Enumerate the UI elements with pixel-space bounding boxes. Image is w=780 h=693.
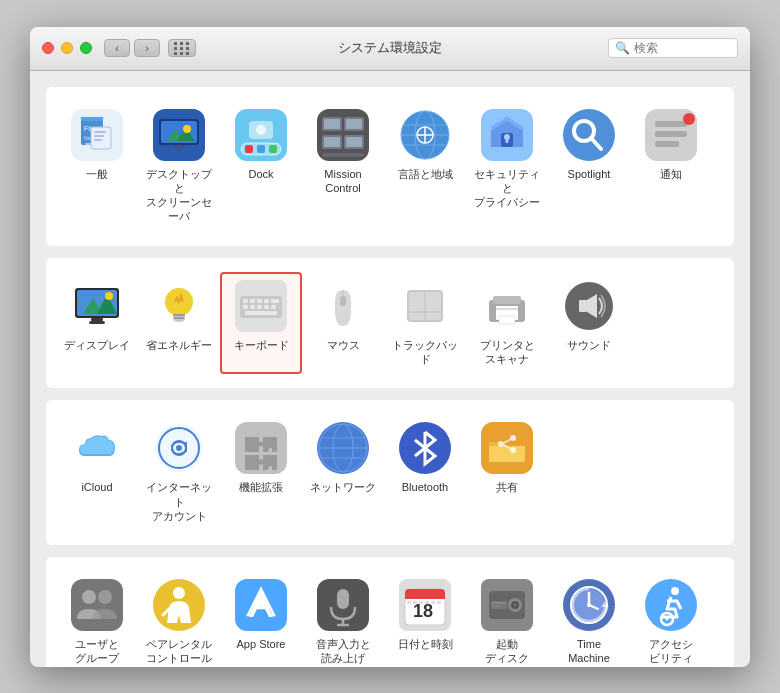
mission-icon [317, 109, 369, 161]
svg-rect-132 [407, 601, 411, 604]
main-window: ‹ › システム環境設定 🔍 [30, 27, 750, 667]
svg-rect-34 [322, 153, 364, 157]
speech-icon [317, 579, 369, 631]
svg-rect-114 [71, 579, 123, 631]
general-icon: File New [71, 109, 123, 161]
icon-item-extension[interactable]: 機能拡張 [220, 414, 302, 531]
icon-item-access[interactable]: アクセシビリティ [630, 571, 712, 666]
trackpad-label: トラックパッド [388, 338, 462, 367]
svg-rect-21 [257, 145, 265, 153]
icon-item-language[interactable]: 言語と地域 [384, 101, 466, 232]
sound-icon [563, 280, 615, 332]
svg-point-142 [514, 604, 517, 607]
icon-item-startup[interactable]: 起動ディスク [466, 571, 548, 666]
svg-rect-29 [346, 119, 362, 129]
icon-item-sound[interactable]: サウンド [548, 272, 630, 375]
datetime-icon: 18 [399, 579, 451, 631]
svg-rect-64 [173, 314, 185, 316]
svg-rect-136 [431, 601, 435, 604]
icon-item-keyboard[interactable]: キーボード [220, 272, 302, 375]
forward-button[interactable]: › [134, 39, 160, 57]
icon-item-sharing[interactable]: 共有 [466, 414, 548, 531]
icon-item-parental[interactable]: ペアレンタルコントロール [138, 571, 220, 666]
icon-item-bluetooth[interactable]: Bluetooth [384, 414, 466, 531]
svg-rect-65 [174, 317, 184, 319]
keyboard-label: キーボード [234, 338, 289, 352]
startup-label: 起動ディスク [485, 637, 529, 666]
svg-point-118 [173, 587, 185, 599]
svg-rect-145 [492, 606, 500, 607]
svg-rect-133 [413, 601, 417, 604]
svg-rect-135 [425, 601, 429, 604]
icon-item-general[interactable]: File New 一般 [56, 101, 138, 232]
mouse-label: マウス [327, 338, 360, 352]
language-label: 言語と地域 [398, 167, 453, 181]
dock-icon [235, 109, 287, 161]
icon-item-spotlight[interactable]: Spotlight [548, 101, 630, 232]
svg-point-15 [183, 125, 191, 133]
icon-item-datetime[interactable]: 18 日付と時刻 [384, 571, 466, 666]
icon-item-internet[interactable]: インターネットアカウント [138, 414, 220, 531]
svg-rect-17 [177, 147, 181, 151]
svg-rect-6 [91, 127, 111, 149]
energy-label: 省エネルギー [146, 338, 212, 352]
timemachine-label: TimeMachine [568, 637, 610, 666]
icon-item-users[interactable]: ユーザとグループ [56, 571, 138, 666]
minimize-button[interactable] [61, 42, 73, 54]
close-button[interactable] [42, 42, 54, 54]
svg-rect-73 [243, 305, 248, 309]
svg-rect-20 [245, 145, 253, 153]
svg-rect-9 [94, 139, 102, 141]
svg-rect-98 [235, 422, 287, 474]
svg-rect-124 [337, 589, 349, 609]
display-icon [71, 280, 123, 332]
svg-rect-137 [437, 601, 441, 604]
icon-item-mission[interactable]: MissionControl [302, 101, 384, 232]
icon-item-dock[interactable]: Dock [220, 101, 302, 232]
svg-rect-77 [271, 305, 276, 309]
display-label: ディスプレイ [64, 338, 130, 352]
svg-point-48 [563, 109, 615, 161]
maximize-button[interactable] [80, 42, 92, 54]
svg-point-156 [666, 618, 669, 621]
icon-item-network[interactable]: ネットワーク [302, 414, 384, 531]
icon-item-energy[interactable]: 省エネルギー [138, 272, 220, 375]
icon-item-trackpad[interactable]: トラックパッド [384, 272, 466, 375]
icon-item-display[interactable]: ディスプレイ [56, 272, 138, 375]
svg-rect-68 [243, 299, 248, 303]
svg-rect-27 [324, 119, 340, 129]
icon-item-icloud[interactable]: iCloud [56, 414, 138, 531]
security-icon [481, 109, 533, 161]
security-label: セキュリティとプライバシー [470, 167, 544, 210]
icon-item-security[interactable]: セキュリティとプライバシー [466, 101, 548, 232]
desktop-label: デスクトップとスクリーンセーバ [142, 167, 216, 224]
internet-grid: iCloud インターネットアカウン [56, 414, 724, 531]
icon-item-desktop[interactable]: デスクトップとスクリーンセーバ [138, 101, 220, 232]
icon-item-printer[interactable]: プリンタとスキャナ [466, 272, 548, 375]
svg-rect-89 [499, 316, 515, 324]
svg-rect-52 [655, 121, 687, 127]
access-icon [645, 579, 697, 631]
icon-item-notify[interactable]: 通知 [630, 101, 712, 232]
svg-rect-33 [346, 137, 362, 147]
internet-icon [153, 422, 205, 474]
icon-item-speech[interactable]: 音声入力と読み上げ [302, 571, 384, 666]
back-button[interactable]: ‹ [104, 39, 130, 57]
search-input[interactable] [634, 41, 731, 55]
svg-rect-62 [89, 321, 105, 324]
icon-item-appstore[interactable]: App Store [220, 571, 302, 666]
svg-rect-91 [579, 300, 587, 312]
icon-item-mouse[interactable]: マウス [302, 272, 384, 375]
svg-rect-144 [492, 602, 506, 604]
grid-view-button[interactable] [168, 39, 196, 57]
access-label: アクセシビリティ [649, 637, 693, 666]
users-icon [71, 579, 123, 631]
svg-rect-72 [271, 299, 279, 303]
icon-item-timemachine[interactable]: TimeMachine [548, 571, 630, 666]
search-box[interactable]: 🔍 [608, 38, 738, 58]
mission-label: MissionControl [324, 167, 361, 196]
speech-label: 音声入力と読み上げ [316, 637, 371, 666]
notify-label: 通知 [660, 167, 682, 181]
svg-rect-75 [257, 305, 262, 309]
printer-label: プリンタとスキャナ [480, 338, 535, 367]
